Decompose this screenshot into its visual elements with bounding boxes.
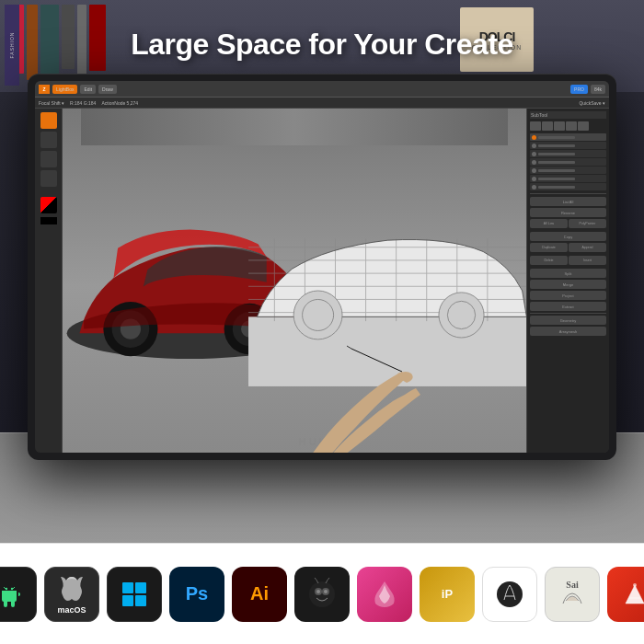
svg-line-26 [351,349,402,372]
sketchbook-logo-svg [493,578,526,611]
product-headline: Large Space for Your Create [0,28,644,62]
subtool-icons [530,121,606,131]
subtool-icon-2[interactable] [542,121,553,131]
subtool-icon-5[interactable] [578,121,589,131]
toolbar-density: 84k [591,85,605,94]
panel-divider-2 [530,313,606,314]
btn-arraymesh[interactable]: Arraymesh [530,327,606,336]
main-canvas [63,109,526,453]
btn-polypainter[interactable]: PolyPainter [569,219,606,228]
subtool-icon-4[interactable] [566,121,577,131]
compatibility-bar: macOS Ps Ai [0,543,644,644]
svg-rect-36 [135,595,146,606]
photoshop-icon: Ps [169,567,224,622]
svg-point-43 [633,583,637,587]
btn-insert[interactable]: Insert [569,256,606,265]
subtool-item-1[interactable] [530,142,606,149]
btn-row-3: Delete Insert [530,256,606,267]
android-logo-svg [0,580,24,609]
btn-project[interactable]: Project [530,291,606,300]
subtool-item-active[interactable] [530,133,606,141]
svg-rect-35 [122,595,133,606]
panel-title-subtool: SubTool [530,111,606,119]
subtool-item-4[interactable] [530,167,606,174]
affinity-logo-svg [368,578,401,611]
tablet-body: Z LightBox Edit Draw PRO 84k Focal Shift… [28,74,616,460]
creature-logo-svg [305,578,339,611]
hand-with-stylus [287,298,471,453]
creature-icon [294,567,350,622]
sai-logo-svg [558,590,586,608]
color-black[interactable] [40,217,57,224]
panel-divider [530,193,606,194]
color-swatch[interactable] [40,197,57,213]
btn-duplicate[interactable]: Duplicate [530,243,568,252]
btn-extract[interactable]: Extract [530,302,606,311]
software-logo: Z [39,85,50,94]
btn-all-low[interactable]: All Low [530,219,568,228]
svg-point-40 [316,590,320,593]
sketchbook-icon [482,567,537,622]
sai-label: Sai [566,580,578,590]
ps-label: Ps [186,583,208,604]
toolbar-btn-3: Draw [98,85,117,94]
btn-row-1: All Low PolyPainter [530,219,606,230]
menu-item-action: ActionNode 5,274 [101,100,138,106]
subtool-list [530,133,606,190]
svg-point-37 [309,581,335,607]
hand-stylus-svg [287,298,471,453]
main-product-image: DOLCI COLLECTION FASHION Large Space for… [0,0,644,543]
software-main-area: SubTool [35,109,609,453]
toolbar-btn-pro: PRO [570,85,588,94]
software-submenu: Focal Shift ▾ R:184 G:184 ActionNode 5,2… [35,98,609,109]
macos-logo-svg [55,573,88,606]
subtool-icon-1[interactable] [530,121,541,131]
btn-copy[interactable]: Copy [530,232,606,241]
tool-icon-4[interactable] [40,170,57,187]
btn-rename[interactable]: Rename [530,208,606,217]
menu-item-color: R:184 G:184 [70,100,96,106]
vectornator-logo-svg [618,578,644,611]
windows-logo-svg [121,581,148,608]
toolbar-btn-2: Edit [80,85,96,94]
btn-row-2: Duplicate Append [530,243,606,254]
svg-line-27 [347,346,351,349]
svg-rect-34 [135,582,146,593]
subtool-item-5[interactable] [530,175,606,182]
btn-merge[interactable]: Merge [530,280,606,289]
tool-icon-active[interactable] [40,112,57,129]
left-tools-panel [35,109,63,453]
ai-label: Ai [250,583,269,604]
tablet-device: Z LightBox Edit Draw PRO 84k Focal Shift… [28,74,616,543]
right-properties-panel: SubTool [526,109,609,453]
subtool-item-3[interactable] [530,158,606,166]
macos-label: macOS [57,606,86,615]
svg-point-41 [324,590,328,593]
android-icon [0,567,37,622]
btn-delete[interactable]: Delete [530,256,568,265]
sai-icon: Sai [545,567,600,622]
ip-icon: iP [420,567,475,622]
menu-item-focal: Focal Shift ▾ [39,100,64,106]
subtool-item-6[interactable] [530,183,606,190]
windows-icon [107,567,162,622]
btn-list-all[interactable]: List All [530,197,606,206]
vectornator-icon [607,567,644,622]
tablet-screen: Z LightBox Edit Draw PRO 84k Focal Shift… [35,81,609,453]
btn-append[interactable]: Append [569,243,606,252]
tool-icon-3[interactable] [40,151,57,167]
illustrator-icon: Ai [232,567,287,622]
svg-rect-33 [122,582,133,593]
btn-geometry[interactable]: Geometry [530,316,606,325]
tool-icon-2[interactable] [40,132,57,148]
btn-split[interactable]: Split [530,269,606,278]
svg-rect-28 [4,591,15,601]
subtool-icon-3[interactable] [554,121,565,131]
ip-label: iP [442,587,453,601]
macos-icon: macOS [44,567,99,622]
subtool-item-2[interactable] [530,150,606,157]
affinity-icon [357,567,412,622]
page-container: DOLCI COLLECTION FASHION Large Space for… [0,0,644,644]
software-toolbar: Z LightBox Edit Draw PRO 84k [35,81,609,98]
software-interface: Z LightBox Edit Draw PRO 84k Focal Shift… [35,81,609,453]
